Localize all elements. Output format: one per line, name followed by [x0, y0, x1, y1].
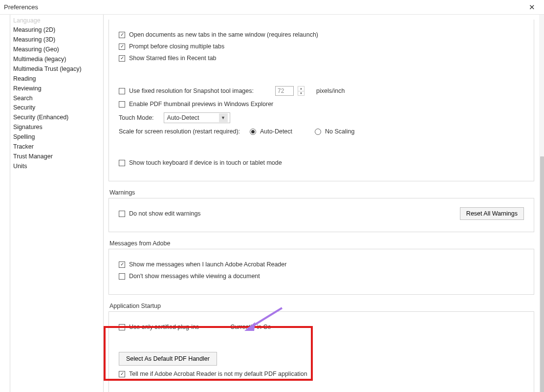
label-scale-resolution: Scale for screen resolution (restart req… [119, 128, 240, 135]
label-tell-me-default: Tell me if Adobe Acrobat Reader is not m… [129, 370, 307, 377]
checkbox-prompt-close-tabs[interactable] [119, 44, 125, 50]
sidebar-item-language[interactable]: Language [10, 16, 103, 25]
label-no-scaling: No Scaling [325, 128, 354, 135]
vertical-scrollbar[interactable] [539, 15, 544, 392]
basic-tools-panel: Open documents as new tabs in the same w… [109, 20, 534, 181]
sidebar-item-multimedia-trust[interactable]: Multimedia Trust (legacy) [10, 64, 103, 74]
label-show-starred: Show Starred files in Recent tab [129, 55, 217, 62]
startup-panel: Use only certified plug-ins Currently in… [109, 312, 534, 392]
label-currently-in: Currently in Ce [230, 324, 271, 330]
sidebar-item-reviewing[interactable]: Reviewing [10, 84, 103, 93]
section-header-startup: Application Startup [109, 301, 534, 312]
dropdown-caret-icon: ▼ [219, 113, 228, 122]
scrollbar-thumb[interactable] [540, 156, 544, 392]
resolution-input[interactable] [275, 86, 294, 96]
sidebar-item-search[interactable]: Search [10, 93, 103, 103]
checkbox-certified-plugins[interactable] [119, 324, 125, 330]
radio-scale-auto[interactable] [250, 129, 256, 135]
touch-mode-value: Auto-Detect [167, 114, 199, 121]
sidebar-item-tracker[interactable]: Tracker [10, 142, 103, 152]
label-certified-plugins: Use only certified plug-ins [129, 324, 199, 330]
label-dont-show-viewing: Don't show messages while viewing a docu… [129, 273, 260, 280]
checkbox-show-launch-messages[interactable] [119, 261, 125, 268]
sidebar-item-signatures[interactable]: Signatures [10, 123, 103, 132]
resolution-spinner[interactable]: ▲ ▼ [298, 86, 305, 96]
checkbox-show-starred[interactable] [119, 55, 125, 62]
category-sidebar: Language Measuring (2D) Measuring (3D) M… [10, 15, 104, 392]
radio-no-scaling[interactable] [315, 129, 321, 135]
sidebar-item-reading[interactable]: Reading [10, 74, 103, 84]
label-show-launch-messages: Show me messages when I launch Adobe Acr… [129, 261, 286, 268]
sidebar-item-security-enhanced[interactable]: Security (Enhanced) [10, 113, 103, 123]
checkbox-fixed-resolution[interactable] [119, 88, 125, 94]
checkbox-touch-keyboard[interactable] [119, 160, 125, 166]
spinner-down-icon[interactable]: ▼ [298, 91, 304, 96]
sidebar-item-measuring-geo[interactable]: Measuring (Geo) [10, 45, 103, 55]
label-fixed-resolution: Use fixed resolution for Snapshot tool i… [129, 87, 254, 94]
select-default-pdf-button[interactable]: Select As Default PDF Handler [119, 352, 217, 366]
spinner-up-icon[interactable]: ▲ [298, 87, 304, 91]
window-title: Preferences [4, 3, 38, 11]
label-resolution-unit: pixels/inch [316, 87, 345, 94]
sidebar-item-measuring-2d[interactable]: Measuring (2D) [10, 25, 103, 35]
main-panel: Open documents as new tabs in the same w… [104, 15, 544, 392]
label-touch-keyboard: Show touch keyboard if device is in touc… [129, 159, 282, 166]
warnings-panel: Reset All Warnings Do not show edit warn… [109, 198, 534, 232]
label-enable-thumb: Enable PDF thumbnail previews in Windows… [129, 101, 273, 108]
label-open-new-tabs: Open documents as new tabs in the same w… [129, 31, 318, 38]
sidebar-item-multimedia-legacy[interactable]: Multimedia (legacy) [10, 55, 103, 65]
label-prompt-close-tabs: Prompt before closing multiple tabs [129, 43, 224, 50]
label-scale-auto: Auto-Detect [260, 128, 292, 135]
sidebar-item-security[interactable]: Security [10, 103, 103, 113]
label-touch-mode: Touch Mode: [119, 114, 154, 121]
sidebar-item-trust-manager[interactable]: Trust Manager [10, 152, 103, 161]
sidebar-item-units[interactable]: Units [10, 161, 103, 171]
close-icon[interactable]: ✕ [525, 1, 539, 14]
checkbox-enable-thumb[interactable] [119, 101, 125, 108]
sidebar-item-spelling[interactable]: Spelling [10, 132, 103, 142]
checkbox-no-edit-warnings[interactable] [119, 211, 125, 217]
checkbox-tell-me-default[interactable] [119, 371, 125, 377]
label-no-edit-warnings: Do not show edit warnings [129, 210, 201, 217]
section-header-warnings: Warnings [109, 187, 534, 198]
section-header-messages: Messages from Adobe [109, 238, 534, 249]
touch-mode-select[interactable]: Auto-Detect ▼ [164, 112, 230, 123]
titlebar: Preferences ✕ [0, 0, 544, 15]
reset-warnings-button[interactable]: Reset All Warnings [460, 207, 524, 220]
checkbox-dont-show-viewing[interactable] [119, 273, 125, 280]
checkbox-open-new-tabs[interactable] [119, 32, 125, 38]
sidebar-item-measuring-3d[interactable]: Measuring (3D) [10, 35, 103, 45]
messages-panel: Show me messages when I launch Adobe Acr… [109, 249, 534, 295]
